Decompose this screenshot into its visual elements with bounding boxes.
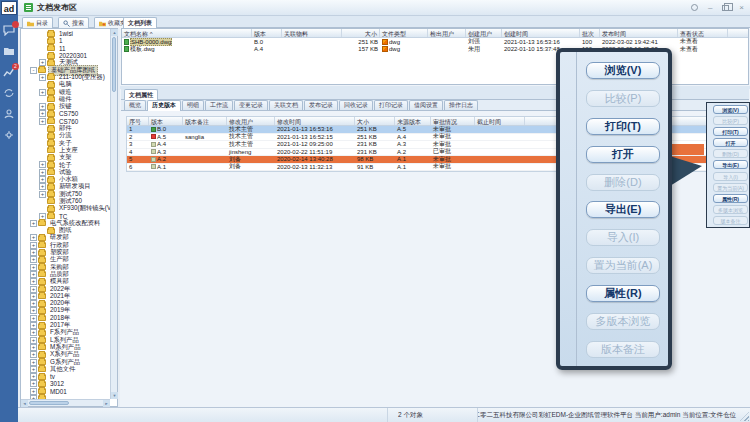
properties-tab-工作流[interactable]: 工作流 [205,100,233,110]
properties-tab-历史版本[interactable]: 历史版本 [147,100,181,111]
menu-item-small-打印(T)[interactable]: 打印(T) [713,127,748,136]
expand-icon[interactable]: + [30,366,37,373]
tree-item[interactable]: +其他文件 [21,366,110,373]
nav-tab-2[interactable]: 搜索 [58,17,89,28]
properties-tab-打印记录[interactable]: 打印记录 [374,100,408,110]
properties-tab-操作日志[interactable]: 操作日志 [444,100,478,110]
column-header[interactable]: 文件类型 [380,29,428,37]
menu-item-small-浏览(V)[interactable]: 浏览(V) [713,105,748,114]
scroll-up-icon[interactable]: ▲ [111,29,118,36]
column-header[interactable]: 序号 [127,117,149,125]
column-header[interactable]: 检出用户 [428,29,466,37]
expand-icon[interactable]: + [39,161,46,168]
tree-item[interactable]: +按键 [21,103,110,110]
expand-icon[interactable]: + [30,344,37,351]
expand-icon[interactable]: + [30,337,37,344]
column-header[interactable]: 创建时间 [502,29,580,37]
pin-icon[interactable] [691,4,698,11]
tree-item[interactable]: XF930(翻转镜头(V2.0 图纸 [21,205,110,212]
expand-icon[interactable]: + [30,322,37,329]
expand-icon[interactable]: + [30,249,37,256]
expand-icon[interactable]: + [30,242,37,249]
chat-icon[interactable] [3,24,15,36]
expand-icon[interactable]: + [30,271,37,278]
nav-tab-1[interactable]: 目录 [22,17,53,28]
tab-doc-list[interactable]: 文档列表 [123,17,157,28]
gear-icon[interactable] [3,129,15,141]
menu-item-导出(E)[interactable]: 导出(E) [586,201,660,218]
tree-item[interactable]: +3012 [21,380,110,387]
properties-tab-明细[interactable]: 明细 [182,100,204,110]
menu-item-打印(T)[interactable]: 打印(T) [586,118,660,135]
folder-icon[interactable] [3,45,15,57]
column-header[interactable]: 大小 [355,117,395,125]
properties-tab-回收记录[interactable]: 回收记录 [339,100,373,110]
scroll-left-icon[interactable]: ◄ [21,400,28,407]
tab-doc-properties[interactable]: 文档属性 [124,89,158,100]
expand-icon[interactable]: + [30,264,37,271]
column-header[interactable]: 版本 [252,29,282,37]
tree-item[interactable]: +tv [21,373,110,380]
column-header[interactable]: 关联物料 [282,29,342,37]
column-header[interactable]: 创建用户 [466,29,502,37]
scroll-right-icon[interactable]: ► [103,400,110,407]
tree-vertical-scrollbar[interactable]: ▲ ▼ [110,29,117,399]
minimize-icon[interactable]: – [708,4,712,12]
properties-tab-借阅设置[interactable]: 借阅设置 [409,100,443,110]
column-header[interactable]: 批次 [580,29,600,37]
tree-item[interactable]: 1 [21,37,110,44]
menu-item-small-导出(E)[interactable]: 导出(E) [713,160,748,169]
column-header[interactable]: 修改时间 [275,117,355,125]
app-logo[interactable]: ad [1,1,17,15]
expand-icon[interactable]: + [30,256,37,263]
tree-item[interactable]: 1wisi [21,30,110,37]
expand-icon[interactable]: + [30,293,37,300]
expand-icon[interactable]: + [39,74,46,81]
properties-tab-变更记录[interactable]: 变更记录 [234,100,268,110]
scroll-thumb[interactable] [112,37,116,92]
expand-icon[interactable]: + [39,169,46,176]
sync-icon[interactable] [3,87,15,99]
expand-icon[interactable]: + [30,351,37,358]
scroll-thumb[interactable] [29,401,69,405]
scroll-down-icon[interactable]: ▼ [111,392,118,399]
expand-icon[interactable]: + [39,89,46,96]
properties-tab-概览[interactable]: 概览 [124,100,146,110]
expand-icon[interactable]: + [30,307,37,314]
expand-icon[interactable]: + [30,380,37,387]
tree-item[interactable]: +MD01 [21,388,110,395]
properties-tab-关联文档[interactable]: 关联文档 [269,100,303,110]
column-header[interactable]: 查看状态 [678,29,728,37]
column-header[interactable]: 截止时间 [475,117,525,125]
expand-icon[interactable]: + [30,388,37,395]
menu-item-small-打开[interactable]: 打开 [713,138,748,147]
menu-item-small-属性(R)[interactable]: 属性(R) [713,194,748,203]
expand-icon[interactable]: + [30,329,37,336]
chart-icon[interactable]: 2 [3,66,15,78]
column-header[interactable]: 版本 [149,117,183,125]
expand-icon[interactable]: + [39,176,46,183]
tree-item[interactable]: 11 [21,45,110,52]
properties-tab-发布记录[interactable]: 发布记录 [304,100,338,110]
tree-item[interactable]: +CS750 [21,110,110,117]
menu-item-打开[interactable]: 打开 [586,146,660,163]
user-icon[interactable] [3,108,15,120]
menu-item-属性(R)[interactable]: 属性(R) [586,285,660,302]
expand-icon[interactable]: + [30,315,37,322]
expand-icon[interactable]: + [39,191,46,198]
expand-icon[interactable]: + [30,220,37,227]
tree-horizontal-scrollbar[interactable]: ◄ ► [21,399,110,406]
expand-icon[interactable]: + [39,110,46,117]
column-header[interactable]: 大小 [342,29,380,37]
expand-icon[interactable]: + [39,103,46,110]
expand-icon[interactable]: + [30,278,37,285]
restore-icon[interactable] [722,5,729,11]
expand-icon[interactable]: + [30,234,37,241]
column-header[interactable]: 版本备注 [183,117,227,125]
expand-icon[interactable]: + [30,300,37,307]
close-icon[interactable]: × [739,4,744,12]
expand-icon[interactable]: + [30,286,37,293]
column-header[interactable]: 来源版本 [395,117,431,125]
expand-icon[interactable]: + [39,183,46,190]
expand-icon[interactable]: + [39,118,46,125]
